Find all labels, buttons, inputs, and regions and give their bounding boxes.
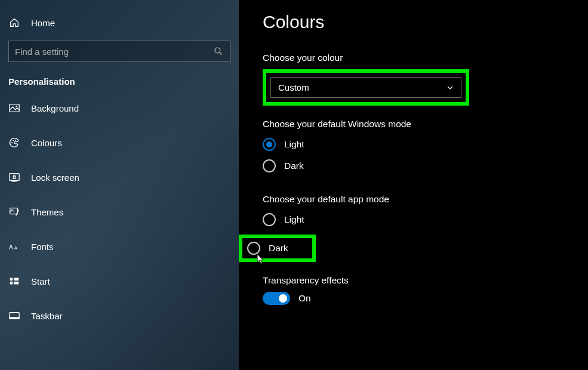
nav-label: Fonts [31, 242, 54, 252]
svg-point-0 [215, 48, 220, 53]
nav-label: Background [31, 103, 79, 113]
nav-colours[interactable]: Colours [8, 132, 239, 153]
svg-rect-15 [10, 282, 13, 285]
nav-background[interactable]: Background [8, 97, 239, 119]
app-mode-dark[interactable]: Dark [247, 242, 288, 255]
svg-point-4 [11, 142, 13, 143]
transparency-toggle[interactable] [263, 292, 290, 305]
search-input[interactable] [8, 41, 230, 62]
page-title: Colours [263, 12, 564, 32]
nav-start[interactable]: Start [8, 270, 239, 292]
svg-rect-16 [14, 282, 19, 285]
nav-home-label: Home [31, 18, 55, 28]
radio-label: Light [284, 214, 304, 225]
sidebar: Home Personalisation Background [0, 0, 239, 370]
colours-icon [8, 137, 20, 149]
radio-label: Dark [284, 161, 304, 171]
svg-rect-2 [10, 104, 19, 112]
choose-colour-label: Choose your colour [263, 53, 564, 63]
search-wrap [8, 41, 230, 62]
nav-home[interactable]: Home [0, 11, 239, 35]
nav-label: Start [31, 276, 50, 286]
svg-text:A: A [9, 244, 13, 251]
search-icon [214, 47, 223, 56]
colour-dropdown[interactable]: Custom [270, 77, 461, 98]
dropdown-value: Custom [278, 82, 309, 92]
svg-rect-13 [10, 278, 13, 281]
svg-point-3 [16, 106, 17, 107]
windows-mode-label: Choose your default Windows mode [263, 119, 564, 130]
windows-mode-light[interactable]: Light [263, 138, 564, 151]
nav-label: Themes [31, 207, 63, 217]
nav-list: Background Colours Lock screen [0, 97, 239, 326]
nav-label: Lock screen [31, 172, 79, 183]
nav-themes[interactable]: Themes [8, 201, 239, 223]
main-panel: Colours Choose your colour Custom Choose… [239, 0, 588, 370]
svg-text:A: A [14, 245, 17, 251]
section-title: Personalisation [0, 72, 239, 97]
svg-rect-14 [14, 278, 19, 281]
highlight-dropdown: Custom [263, 69, 469, 106]
svg-point-5 [13, 140, 14, 141]
app-mode-label: Choose your default app mode [263, 194, 564, 205]
nav-label: Colours [31, 138, 62, 148]
svg-rect-8 [11, 181, 17, 182]
nav-fonts[interactable]: A A Fonts [8, 236, 239, 257]
windows-mode-dark[interactable]: Dark [263, 159, 564, 172]
chevron-down-icon [447, 84, 454, 91]
start-icon [8, 275, 20, 287]
transparency-row: On [263, 292, 564, 305]
home-icon [8, 17, 20, 29]
taskbar-icon [8, 310, 20, 322]
svg-line-1 [220, 53, 222, 55]
highlight-app-mode-dark: Dark [239, 235, 316, 262]
app-mode-light[interactable]: Light [263, 213, 564, 226]
svg-point-6 [15, 140, 16, 141]
transparency-label: Transparency effects [263, 275, 564, 286]
nav-label: Taskbar [31, 311, 63, 321]
radio-label: Light [284, 139, 304, 150]
fonts-icon: A A [8, 240, 20, 252]
radio-icon [263, 138, 276, 151]
cursor-icon [257, 254, 265, 264]
background-icon [8, 102, 20, 114]
themes-icon [8, 206, 20, 218]
nav-lockscreen[interactable]: Lock screen [8, 166, 239, 188]
radio-icon [247, 242, 260, 255]
lockscreen-icon [8, 171, 20, 183]
radio-icon [263, 213, 276, 226]
nav-taskbar[interactable]: Taskbar [8, 305, 239, 326]
radio-icon [263, 159, 276, 172]
radio-label: Dark [269, 243, 288, 254]
toggle-value: On [298, 293, 311, 304]
svg-rect-18 [10, 317, 19, 319]
svg-rect-9 [13, 177, 16, 178]
